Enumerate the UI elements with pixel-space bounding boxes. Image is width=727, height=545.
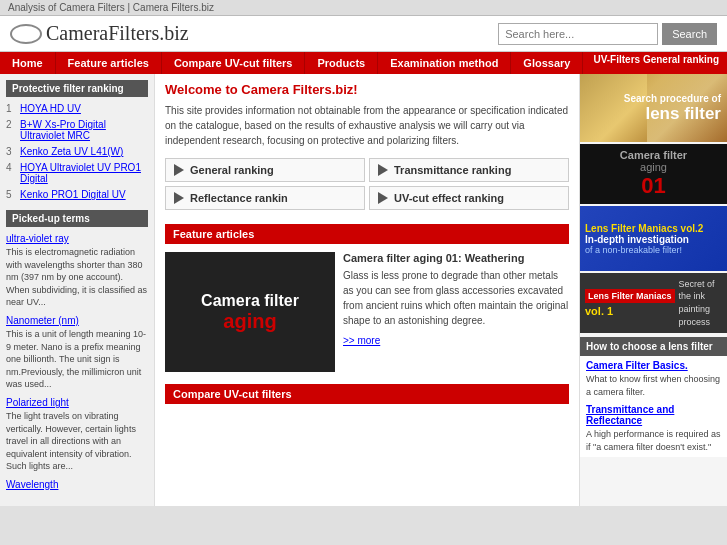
rs-maniacs2-block[interactable]: Lens Filter Maniacs vol.2 In-depth inves…: [580, 206, 727, 271]
rank-link-4[interactable]: HOYA Ultraviolet UV PRO1 Digital: [20, 162, 148, 184]
rank-box-reflectance[interactable]: Reflectance rankin: [165, 186, 365, 210]
rs-maniacs1-image: Lens Filter Maniacs vol. 1 Secret of the…: [580, 273, 727, 333]
browser-tab-bar: Analysis of Camera Filters | Camera Filt…: [0, 0, 727, 16]
rank-item-1: 1 HOYA HD UV: [6, 103, 148, 114]
rs-how-label: How to choose a lens filter: [580, 337, 727, 356]
rank-link-1[interactable]: HOYA HD UV: [20, 103, 81, 114]
rank-num-3: 3: [6, 146, 16, 157]
nav-feature[interactable]: Feature articles: [56, 52, 162, 74]
picked-terms-title: Picked-up terms: [6, 210, 148, 227]
compare-section-bar: Compare UV-cut filters: [165, 384, 569, 404]
protective-ranking-section: Protective filter ranking 1 HOYA HD UV 2…: [6, 80, 148, 200]
feature-image: Camera filter aging: [165, 252, 335, 372]
search-area: Search: [498, 23, 717, 45]
rs-maniacs2-desc: In-depth investigation: [585, 234, 722, 245]
feature-text: Camera filter aging 01: Weathering Glass…: [343, 252, 569, 372]
feature-section-bar: Feature articles: [165, 224, 569, 244]
logo-text: CameraFilters.biz: [46, 22, 189, 45]
rs-maniacs2-image: Lens Filter Maniacs vol.2 In-depth inves…: [580, 206, 727, 271]
protective-ranking-title: Protective filter ranking: [6, 80, 148, 97]
header: CameraFilters.biz Search: [0, 16, 727, 52]
rs-maniacs1-desc: Secret of the ink painting process: [679, 278, 722, 328]
more-link[interactable]: >> more: [343, 335, 380, 346]
rank-box-transmittance[interactable]: Transmittance ranking: [369, 158, 569, 182]
rs-aging-image: Camera filter aging 01: [580, 144, 727, 204]
nav-examination[interactable]: Examination method: [378, 52, 511, 74]
search-input[interactable]: [498, 23, 658, 45]
rank-item-5: 5 Kenko PRO1 Digital UV: [6, 189, 148, 200]
feature-article-desc: Glass is less prone to degrade than othe…: [343, 268, 569, 328]
nav-compare[interactable]: Compare UV-cut filters: [162, 52, 306, 74]
play-icon-reflectance: [174, 192, 184, 204]
rs-links: Camera Filter Basics. What to know first…: [580, 356, 727, 457]
rs-link-transmittance[interactable]: Transmittance and Reflectance: [586, 404, 721, 426]
rank-link-3[interactable]: Kenko Zeta UV L41(W): [20, 146, 123, 157]
rank-num-2: 2: [6, 119, 16, 141]
rank-box-general-label: General ranking: [190, 164, 274, 176]
term-wavelength: Wavelength: [6, 479, 148, 490]
rs-link-basics-desc: What to know first when choosing a camer…: [586, 373, 721, 398]
feature-img-line2: aging: [223, 310, 276, 333]
rs-maniacs1-left: Lens Filter Maniacs vol. 1: [585, 289, 675, 317]
rank-box-reflectance-label: Reflectance rankin: [190, 192, 288, 204]
rank-num-1: 1: [6, 103, 16, 114]
nav-glossary[interactable]: Glossary: [511, 52, 583, 74]
feature-img-line1: Camera filter: [201, 291, 299, 310]
rs-lens-search-image: Search procedure of lens filter: [580, 74, 727, 142]
rank-link-2[interactable]: B+W Xs-Pro Digital Ultraviolet MRC: [20, 119, 148, 141]
navigation-bar: Home Feature articles Compare UV-cut fil…: [0, 52, 727, 74]
rs-maniacs2-label: Lens Filter Maniacs vol.2: [585, 223, 722, 234]
rs-maniacs1-block[interactable]: Lens Filter Maniacs vol. 1 Secret of the…: [580, 273, 727, 333]
rs-maniacs2-sub: of a non-breakable filter!: [585, 245, 722, 255]
rank-box-uvcut[interactable]: UV-cut effect ranking: [369, 186, 569, 210]
rank-item-4: 4 HOYA Ultraviolet UV PRO1 Digital: [6, 162, 148, 184]
left-sidebar: Protective filter ranking 1 HOYA HD UV 2…: [0, 74, 155, 506]
rank-box-general[interactable]: General ranking: [165, 158, 365, 182]
rank-box-uvcut-label: UV-cut effect ranking: [394, 192, 504, 204]
right-sidebar: Search procedure of lens filter Camera f…: [579, 74, 727, 506]
rs-lens-search-line2: lens filter: [586, 105, 721, 124]
term-uv-ray-desc: This is electromagnetic radiation with w…: [6, 246, 148, 309]
term-polarized-link[interactable]: Polarized light: [6, 397, 148, 408]
play-icon-general: [174, 164, 184, 176]
rank-box-transmittance-label: Transmittance ranking: [394, 164, 511, 176]
rs-link-basics[interactable]: Camera Filter Basics.: [586, 360, 721, 371]
rs-aging-block[interactable]: Camera filter aging 01: [580, 144, 727, 204]
nav-products[interactable]: Products: [305, 52, 378, 74]
main-layout: Protective filter ranking 1 HOYA HD UV 2…: [0, 74, 727, 506]
rank-item-3: 3 Kenko Zeta UV L41(W): [6, 146, 148, 157]
rank-num-5: 5: [6, 189, 16, 200]
nav-ranking[interactable]: UV-Filters General ranking: [583, 52, 727, 74]
rs-aging-text: Camera filter: [620, 149, 687, 161]
rs-maniacs1-vol: vol. 1: [585, 305, 675, 317]
feature-content: Camera filter aging Camera filter aging …: [165, 252, 569, 372]
term-wavelength-link[interactable]: Wavelength: [6, 479, 148, 490]
rs-lens-search-block[interactable]: Search procedure of lens filter: [580, 74, 727, 142]
logo-area: CameraFilters.biz: [10, 22, 189, 45]
rank-link-5[interactable]: Kenko PRO1 Digital UV: [20, 189, 126, 200]
nav-home[interactable]: Home: [0, 52, 56, 74]
rs-link-transmittance-desc: A high performance is required as if "a …: [586, 428, 721, 453]
rs-aging-num: 01: [641, 173, 665, 199]
logo-icon: [10, 24, 42, 44]
term-polarized-desc: The light travels on vibrating verticall…: [6, 410, 148, 473]
term-uv-ray: ultra-violet ray This is electromagnetic…: [6, 233, 148, 309]
play-icon-uvcut: [378, 192, 388, 204]
term-uv-ray-link[interactable]: ultra-violet ray: [6, 233, 148, 244]
rank-item-2: 2 B+W Xs-Pro Digital Ultraviolet MRC: [6, 119, 148, 141]
welcome-title: Welcome to Camera Filters.biz!: [165, 82, 569, 97]
search-button[interactable]: Search: [662, 23, 717, 45]
ranking-grid: General ranking Transmittance ranking Re…: [165, 158, 569, 210]
picked-terms-section: Picked-up terms ultra-violet ray This is…: [6, 210, 148, 490]
play-icon-transmittance: [378, 164, 388, 176]
feature-article-title: Camera filter aging 01: Weathering: [343, 252, 569, 264]
term-nanometer-desc: This is a unit of length meaning 10-9 me…: [6, 328, 148, 391]
rs-maniacs1-label: Lens Filter Maniacs: [585, 289, 675, 303]
term-nanometer: Nanometer (nm) This is a unit of length …: [6, 315, 148, 391]
tab-label: Analysis of Camera Filters | Camera Filt…: [8, 2, 214, 13]
rank-num-4: 4: [6, 162, 16, 184]
term-polarized: Polarized light The light travels on vib…: [6, 397, 148, 473]
main-content: Welcome to Camera Filters.biz! This site…: [155, 74, 579, 506]
welcome-description: This site provides information not obtai…: [165, 103, 569, 148]
term-nanometer-link[interactable]: Nanometer (nm): [6, 315, 148, 326]
